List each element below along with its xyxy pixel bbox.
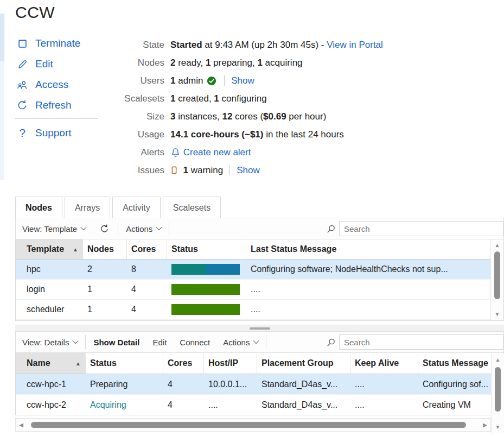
- refresh-table-button[interactable]: [92, 218, 117, 239]
- column-header-label: Cores: [131, 244, 156, 254]
- info-text: admin: [175, 75, 206, 86]
- info-value: 14.1 core-hours (~$1) in the last 24 hou…: [170, 129, 344, 140]
- info-text: $0.69: [263, 111, 286, 122]
- cell-status: [167, 300, 246, 319]
- table-search: [324, 218, 503, 239]
- template-row[interactable]: hpc28Configuring software; NodeHealthChe…: [16, 260, 503, 280]
- vertical-scroll-thumb[interactable]: [494, 251, 500, 299]
- status-bar: [171, 264, 240, 275]
- template-row[interactable]: login14....: [16, 280, 503, 300]
- action-terminate[interactable]: Terminate: [15, 36, 102, 51]
- column-header-host-ip[interactable]: Host/IP: [204, 353, 257, 374]
- action-refresh[interactable]: Refresh: [15, 98, 102, 113]
- action-edit[interactable]: Edit: [15, 56, 102, 72]
- tab-nodes[interactable]: Nodes: [15, 197, 62, 218]
- action-support[interactable]: ?Support: [15, 125, 102, 141]
- column-header-cores[interactable]: Cores: [127, 239, 167, 259]
- search-input[interactable]: [339, 334, 503, 350]
- horizontal-scroll-thumb[interactable]: [31, 422, 466, 428]
- actions-dropdown[interactable]: Actions: [119, 218, 168, 239]
- horizontal-scrollbar[interactable]: ◀ ▶: [15, 418, 491, 432]
- column-header-last-status-message[interactable]: Last Status Message: [246, 239, 492, 259]
- nodes-table-scrollbar[interactable]: ▲ ▼: [491, 354, 504, 433]
- show-detail-button[interactable]: Show Detail: [87, 332, 146, 352]
- info-text: cores (: [232, 111, 263, 122]
- cell-status-message: Creating VM: [418, 395, 492, 415]
- show-link[interactable]: Show: [231, 75, 254, 86]
- info-text: 3: [170, 111, 175, 122]
- search-input[interactable]: [339, 221, 503, 236]
- column-header-status-message[interactable]: Status Message: [418, 353, 492, 374]
- chevron-down-icon: [81, 224, 87, 230]
- column-header-label: Last Status Message: [251, 244, 336, 254]
- actions-dropdown[interactable]: Actions: [216, 332, 265, 352]
- view-details-dropdown[interactable]: View: Details: [16, 332, 84, 352]
- actions-label: Actions: [126, 224, 152, 233]
- column-header-nodes[interactable]: Nodes: [83, 239, 127, 259]
- cell-host-ip: 10.0.0.1...: [204, 374, 257, 394]
- scroll-up-button[interactable]: ▲: [491, 243, 503, 248]
- info-text: 1: [183, 165, 188, 176]
- toolbar-buttons: Show DetailEditConnect: [87, 332, 216, 352]
- bell-icon[interactable]: [171, 148, 180, 157]
- table-vertical-scrollbar[interactable]: ▲▼: [490, 239, 503, 320]
- refresh-icon: [100, 224, 109, 233]
- search-icon: [327, 338, 336, 347]
- horizontal-scroll-track[interactable]: [27, 419, 480, 431]
- tab-arrays[interactable]: Arrays: [65, 197, 110, 218]
- info-value: 3 instances, 12 cores ($0.69 per hour): [170, 111, 326, 122]
- info-label: Size: [113, 111, 164, 122]
- tab-activity[interactable]: Activity: [112, 197, 161, 218]
- info-label: Usage: [113, 129, 164, 140]
- info-row-issues: Issues 1 warningShow: [113, 161, 383, 179]
- column-header-cores[interactable]: Cores: [163, 353, 204, 374]
- action-access[interactable]: Access: [15, 77, 102, 92]
- info-row-state: StateStarted at 9:43 AM (up 2h 30m 45s) …: [113, 36, 383, 54]
- scroll-down-button[interactable]: ▼: [491, 312, 503, 317]
- status-bar-segment: [206, 264, 240, 275]
- column-header-template[interactable]: Template▲: [16, 239, 83, 259]
- info-text: 14.1 core-hours (~$1): [170, 129, 264, 140]
- edit-button[interactable]: Edit: [146, 332, 173, 352]
- node-row[interactable]: ccw-hpc-2Acquiring4....Standard_D4as_v..…: [16, 395, 503, 415]
- cell-status: [167, 260, 246, 279]
- cell-host-ip: ....: [204, 395, 257, 415]
- scroll-up-button[interactable]: ▲: [492, 357, 504, 363]
- column-header-keep-alive[interactable]: Keep Alive: [350, 353, 418, 374]
- question-icon: ?: [16, 127, 28, 140]
- column-header-status[interactable]: Status: [86, 353, 163, 374]
- cell-status: [167, 280, 246, 299]
- column-header-label: Nodes: [87, 244, 114, 254]
- vertical-scroll-thumb[interactable]: [495, 367, 501, 412]
- show-link[interactable]: Show: [237, 165, 260, 176]
- scroll-down-button[interactable]: ▼: [492, 425, 504, 430]
- view-template-dropdown[interactable]: View: Template: [16, 218, 92, 239]
- info-label: Scalesets: [113, 93, 164, 104]
- column-header-label: Template: [27, 244, 64, 254]
- toolbar-divider: [85, 335, 86, 349]
- templates-table: Template▲NodesCoresStatusLast Status Mes…: [15, 239, 504, 321]
- info-text: Started: [170, 40, 202, 50]
- column-header-placement-group[interactable]: Placement Group: [257, 353, 350, 374]
- info-row-scalesets: Scalesets1 created, 1 configuring: [113, 90, 383, 108]
- info-value: 1 warningShow: [170, 165, 260, 176]
- gap: [15, 321, 504, 325]
- column-header-label: Cores: [168, 358, 192, 368]
- cluster-info-panel: StateStarted at 9:43 AM (up 2h 30m 45s) …: [113, 36, 383, 179]
- scroll-right-button[interactable]: ▶: [480, 422, 490, 428]
- cell-status: Preparing: [86, 374, 163, 394]
- connect-button[interactable]: Connect: [173, 332, 216, 352]
- view-in-portal-link[interactable]: View in Portal: [327, 40, 383, 50]
- scroll-left-button[interactable]: ◀: [16, 422, 27, 428]
- cell-template: scheduler: [16, 300, 83, 319]
- info-row-size: Size3 instances, 12 cores ($0.69 per hou…: [113, 108, 383, 125]
- nodes-toolbar: View: Template Actions: [15, 218, 504, 239]
- column-header-status[interactable]: Status: [167, 239, 246, 259]
- node-row[interactable]: ccw-hpc-1Preparing410.0.0.1...Standard_D…: [16, 374, 503, 395]
- ccw-cluster-page: CCW TerminateEditAccessRefresh?Support S…: [0, 0, 504, 436]
- template-row[interactable]: scheduler14....: [16, 300, 503, 320]
- tab-scalesets[interactable]: Scalesets: [163, 197, 221, 218]
- left-edge-strip: [0, 14, 4, 61]
- create-new-alert-link[interactable]: Create new alert: [181, 147, 251, 158]
- column-header-name[interactable]: Name▲: [16, 353, 86, 374]
